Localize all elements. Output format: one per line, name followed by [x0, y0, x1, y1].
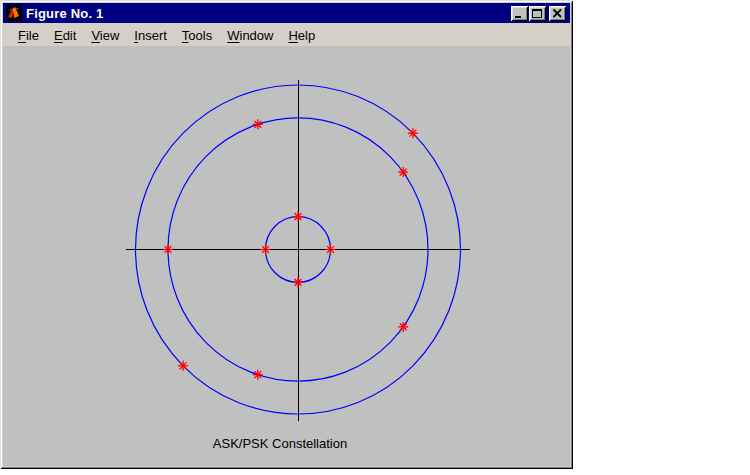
- menu-item-edit[interactable]: Edit: [54, 28, 76, 43]
- figure-canvas: [3, 46, 570, 466]
- minimize-button[interactable]: [511, 6, 528, 21]
- close-icon: [552, 8, 563, 19]
- menu-item-file[interactable]: File: [18, 28, 39, 43]
- menu-item-help[interactable]: Help: [288, 28, 315, 43]
- menu-item-window[interactable]: Window: [227, 28, 273, 43]
- desktop-background: Figure No. 1: [0, 0, 750, 475]
- menu-item-tools[interactable]: Tools: [182, 28, 212, 43]
- matlab-logo-icon: [6, 5, 22, 21]
- window-title: Figure No. 1: [26, 6, 510, 21]
- menu-item-view[interactable]: View: [91, 28, 119, 43]
- maximize-button[interactable]: [529, 6, 546, 21]
- menu-bar: FileEditViewInsertToolsWindowHelp: [3, 24, 570, 46]
- figure-window: Figure No. 1: [0, 0, 573, 469]
- title-bar[interactable]: Figure No. 1: [3, 3, 570, 23]
- close-button[interactable]: [549, 6, 566, 21]
- minimize-icon: [514, 8, 525, 19]
- plot-caption: ASK/PSK Constellation: [180, 436, 380, 451]
- window-controls: [510, 6, 566, 21]
- maximize-icon: [532, 8, 543, 19]
- menu-item-insert[interactable]: Insert: [134, 28, 167, 43]
